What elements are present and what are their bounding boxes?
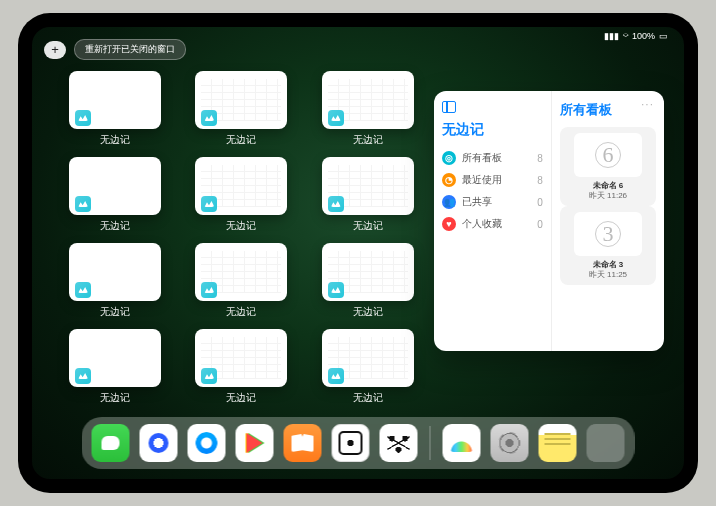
freeform-app-icon [328,368,344,384]
window-thumb[interactable]: 无边记 [190,71,292,147]
window-thumb[interactable]: 无边记 [317,329,419,405]
freeform-app-icon [75,368,91,384]
dock-quark-icon[interactable] [140,424,178,462]
window-label: 无边记 [353,219,383,233]
window-thumb[interactable]: 无边记 [64,71,166,147]
reopen-closed-window-button[interactable]: 重新打开已关闭的窗口 [74,39,186,60]
sidebar-item[interactable]: ♥ 个人收藏 0 [442,213,543,235]
wifi-icon: ⌔ [623,31,628,41]
window-label: 无边记 [226,391,256,405]
freeform-app-icon [75,196,91,212]
dock-freeform-icon[interactable] [443,424,481,462]
dock-separator [430,426,431,460]
dock-play-icon[interactable] [236,424,274,462]
screen: ▮▮▮ ⌔ 100% ▭ + 重新打开已关闭的窗口 无边记 无边记 无边记 无边… [32,27,684,479]
dock-qqbrowser-icon[interactable] [188,424,226,462]
panel-boards: 所有看板 6 未命名 6昨天 11:263 未命名 3昨天 11:25 [552,91,664,351]
window-label: 无边记 [100,219,130,233]
window-label: 无边记 [100,133,130,147]
category-icon: ♥ [442,217,456,231]
dock-nodes-icon[interactable] [380,424,418,462]
window-thumb[interactable]: 无边记 [64,329,166,405]
sidebar-item[interactable]: 👥 已共享 0 [442,191,543,213]
board-card[interactable]: 3 未命名 3昨天 11:25 [560,206,656,285]
board-thumbnail: 6 [574,133,641,177]
freeform-panel[interactable]: ··· 无边记 ◎ 所有看板 8◔ 最近使用 8👥 已共享 0♥ 个人收藏 0 … [434,91,664,351]
signal-icon: ▮▮▮ [604,31,619,41]
window-preview [195,329,287,387]
window-preview [69,243,161,301]
board-meta: 未命名 6昨天 11:26 [589,181,627,200]
window-preview [322,243,414,301]
freeform-app-icon [328,282,344,298]
sidebar-item-count: 0 [537,219,543,230]
window-thumb[interactable]: 无边记 [190,243,292,319]
dock-books-icon[interactable] [284,424,322,462]
ipad-frame: ▮▮▮ ⌔ 100% ▭ + 重新打开已关闭的窗口 无边记 无边记 无边记 无边… [18,13,698,493]
freeform-app-icon [201,110,217,126]
category-icon: 👥 [442,195,456,209]
freeform-app-icon [75,110,91,126]
top-controls: + 重新打开已关闭的窗口 [44,39,186,60]
add-button[interactable]: + [44,41,66,59]
window-thumb[interactable]: 无边记 [190,329,292,405]
dock [82,417,635,469]
window-preview [69,329,161,387]
window-thumb[interactable]: 无边记 [64,243,166,319]
battery-label: 100% [632,31,655,41]
more-icon[interactable]: ··· [641,97,654,111]
window-label: 无边记 [100,391,130,405]
sidebar-item-label: 最近使用 [462,173,502,187]
freeform-app-icon [75,282,91,298]
window-label: 无边记 [100,305,130,319]
sidebar-item-count: 8 [537,175,543,186]
window-preview [322,71,414,129]
window-thumb[interactable]: 无边记 [190,157,292,233]
dock-dice-icon[interactable] [332,424,370,462]
freeform-app-icon [328,110,344,126]
category-icon: ◎ [442,151,456,165]
status-bar: ▮▮▮ ⌔ 100% ▭ [604,31,668,41]
app-switcher-grid: 无边记 无边记 无边记 无边记 无边记 无边记 无边记 无边记 无边记 无边记 … [64,71,419,405]
window-thumb[interactable]: 无边记 [317,243,419,319]
window-preview [69,71,161,129]
window-label: 无边记 [226,219,256,233]
window-thumb[interactable]: 无边记 [64,157,166,233]
window-label: 无边记 [226,305,256,319]
window-preview [322,157,414,215]
freeform-app-icon [201,368,217,384]
window-label: 无边记 [353,133,383,147]
window-preview [322,329,414,387]
window-label: 无边记 [226,133,256,147]
dock-app-folder-icon[interactable] [587,424,625,462]
freeform-app-icon [328,196,344,212]
sidebar-item-label: 所有看板 [462,151,502,165]
sidebar-item-label: 个人收藏 [462,217,502,231]
window-preview [69,157,161,215]
freeform-app-icon [201,196,217,212]
dock-notes-icon[interactable] [539,424,577,462]
battery-icon: ▭ [659,31,668,41]
sidebar-item[interactable]: ◔ 最近使用 8 [442,169,543,191]
sidebar-item-count: 8 [537,153,543,164]
window-preview [195,71,287,129]
sidebar-icon[interactable] [442,101,456,113]
window-thumb[interactable]: 无边记 [317,157,419,233]
window-preview [195,157,287,215]
board-thumbnail: 3 [574,212,641,256]
window-label: 无边记 [353,305,383,319]
dock-settings-icon[interactable] [491,424,529,462]
category-icon: ◔ [442,173,456,187]
panel-sidebar: 无边记 ◎ 所有看板 8◔ 最近使用 8👥 已共享 0♥ 个人收藏 0 [434,91,552,351]
dock-wechat-icon[interactable] [92,424,130,462]
window-preview [195,243,287,301]
window-thumb[interactable]: 无边记 [317,71,419,147]
panel-title: 无边记 [442,121,543,139]
sidebar-item-count: 0 [537,197,543,208]
sidebar-item[interactable]: ◎ 所有看板 8 [442,147,543,169]
sidebar-item-label: 已共享 [462,195,492,209]
board-meta: 未命名 3昨天 11:25 [589,260,627,279]
board-card[interactable]: 6 未命名 6昨天 11:26 [560,127,656,206]
freeform-app-icon [201,282,217,298]
window-label: 无边记 [353,391,383,405]
